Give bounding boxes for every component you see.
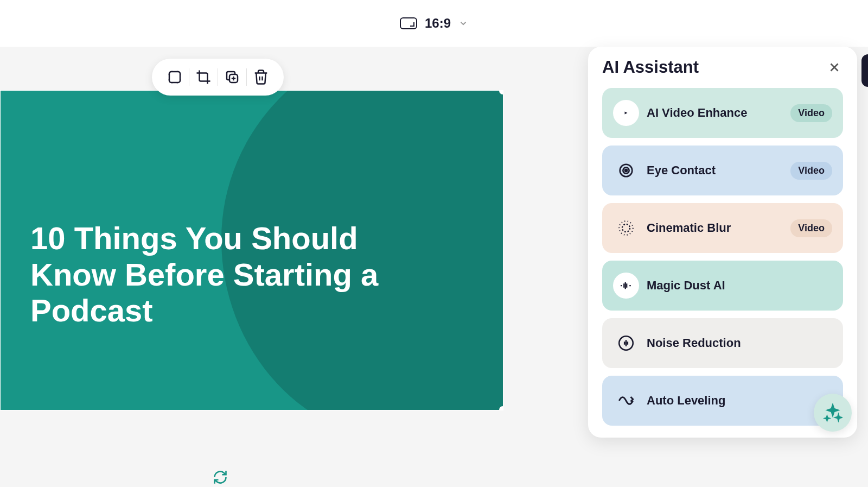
crop-button[interactable] (189, 63, 218, 91)
aspect-ratio-selector[interactable]: 16:9 (400, 16, 468, 31)
ai-assistant-panel: AI Assistant AI Video Enhance Video (588, 47, 857, 438)
tool-badge: Video (790, 219, 832, 237)
resize-handle[interactable] (499, 90, 503, 94)
aspect-ratio-label: 16:9 (425, 16, 451, 31)
fullscreen-icon (167, 69, 183, 85)
tool-item-magic-dust[interactable]: Magic Dust AI (602, 261, 843, 311)
main-area: 10 Things You Should Know Before Startin… (0, 47, 868, 487)
refresh-icon (213, 470, 228, 485)
ai-assistant-fab[interactable] (814, 394, 852, 432)
chevron-down-icon (458, 18, 468, 28)
trash-icon (253, 69, 269, 85)
tool-item-ai-video-enhance[interactable]: AI Video Enhance Video (602, 88, 843, 138)
delete-button[interactable] (247, 63, 275, 91)
svg-point-7 (622, 224, 630, 232)
crop-icon (195, 69, 212, 85)
panel-title: AI Assistant (602, 58, 699, 77)
svg-marker-3 (625, 112, 628, 115)
blur-icon (613, 215, 639, 241)
tool-label: Cinematic Blur (647, 221, 790, 235)
tool-label: AI Video Enhance (647, 106, 790, 120)
auto-leveling-icon (613, 388, 639, 414)
tool-label: Eye Contact (647, 163, 790, 178)
tool-item-cinematic-blur[interactable]: Cinematic Blur Video (602, 203, 843, 253)
duplicate-icon (224, 69, 240, 85)
svg-rect-0 (169, 72, 180, 83)
tool-item-auto-leveling[interactable]: Auto Leveling (602, 376, 843, 426)
video-canvas[interactable]: 10 Things You Should Know Before Startin… (0, 90, 503, 410)
resize-handle[interactable] (499, 406, 503, 410)
top-bar: 16:9 (0, 0, 868, 47)
duplicate-button[interactable] (218, 63, 246, 91)
close-button[interactable] (826, 59, 843, 76)
aspect-ratio-icon (400, 17, 417, 29)
tool-label: Magic Dust AI (647, 279, 832, 293)
fullscreen-button[interactable] (161, 63, 189, 91)
refresh-button[interactable] (213, 470, 230, 487)
svg-point-6 (625, 169, 627, 172)
canvas-toolbar (152, 59, 284, 96)
sparkle-icon (823, 403, 843, 422)
canvas-title-text: 10 Things You Should Know Before Startin… (30, 220, 417, 329)
tool-badge: Video (790, 162, 832, 180)
tool-label: Auto Leveling (647, 394, 832, 408)
tool-label: Noise Reduction (647, 336, 832, 350)
close-icon (827, 60, 841, 74)
right-edge-handle[interactable] (861, 54, 868, 87)
tool-badge: Video (790, 104, 832, 122)
tool-item-eye-contact[interactable]: Eye Contact Video (602, 146, 843, 195)
tool-item-noise-reduction[interactable]: Noise Reduction (602, 318, 843, 368)
eye-contact-icon (613, 157, 639, 184)
video-enhance-icon (613, 100, 639, 126)
svg-point-8 (619, 221, 633, 235)
magic-dust-icon (613, 273, 639, 299)
noise-reduction-icon (613, 330, 639, 356)
panel-header: AI Assistant (602, 58, 843, 77)
